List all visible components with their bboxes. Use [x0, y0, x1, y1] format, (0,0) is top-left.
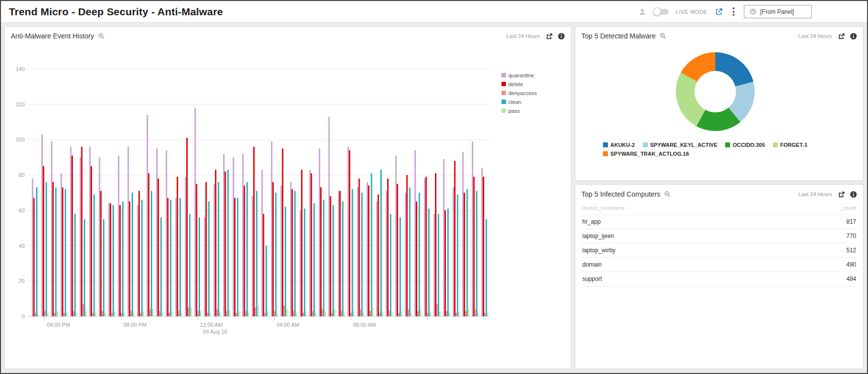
panel-title: Top 5 Detected Malware — [581, 32, 656, 40]
info-icon[interactable] — [558, 33, 565, 40]
svg-text:04:00 AM: 04:00 AM — [276, 322, 299, 328]
legend-swatch — [603, 142, 608, 147]
panel-infected-computers-header: Top 5 Infected Computers Last 24 Hours — [575, 185, 863, 201]
legend-swatch — [773, 142, 778, 147]
donut-legend-item[interactable]: SPYWARE_TRAK_ACTLOG.16 — [603, 151, 689, 157]
live-mode-label: LIVE MODE — [676, 9, 707, 15]
open-in-new-icon[interactable] — [838, 33, 845, 40]
header: Trend Micro - Deep Security - Anti-Malwa… — [1, 1, 867, 23]
open-in-new-icon[interactable] — [546, 33, 553, 40]
svg-text:denyaccess: denyaccess — [508, 90, 537, 96]
dashboard-content: Anti-Malware Event History Last 24 Hours — [1, 23, 867, 373]
live-mode-toggle[interactable] — [654, 9, 668, 15]
svg-text:140: 140 — [16, 66, 25, 72]
zoom-in-icon[interactable] — [660, 33, 667, 39]
svg-text:clean: clean — [508, 99, 521, 105]
top-malware-donut-chart[interactable] — [581, 43, 857, 140]
time-range-label: Last 24 Hours — [799, 33, 832, 39]
legend-label: FORGET-1 — [780, 142, 807, 148]
table-row: laptop_ijeen770 — [581, 229, 857, 243]
panel-title: Anti-Malware Event History — [11, 32, 94, 40]
table-header-row: device_hostname _count — [581, 203, 857, 215]
cell-count: 512 — [777, 243, 857, 258]
panel-top-malware-header: Top 5 Detected Malware Last 24 Hours — [575, 27, 863, 42]
table-row: support484 — [581, 272, 857, 286]
cell-device-hostname: hr_app — [581, 215, 777, 229]
svg-text:0: 0 — [22, 313, 25, 319]
svg-text:120: 120 — [16, 102, 25, 107]
donut-legend-item[interactable]: SPYWARE_KEYL_ACTIVE — [643, 142, 718, 148]
cell-device-hostname: laptop_ijeen — [581, 229, 777, 243]
open-in-new-icon[interactable] — [838, 191, 845, 198]
svg-text:60: 60 — [19, 207, 25, 213]
clock-icon — [750, 8, 756, 15]
from-panel-select[interactable]: [From Panel] — [744, 5, 812, 18]
cell-device-hostname: laptop_wirby — [581, 243, 777, 258]
info-icon[interactable] — [850, 33, 857, 40]
cell-count: 490 — [777, 258, 857, 272]
cell-device-hostname: support — [581, 272, 777, 286]
cell-count: 770 — [777, 229, 857, 243]
legend-label: SPYWARE_TRAK_ACTLOG.16 — [610, 151, 689, 157]
svg-text:08:00 AM: 08:00 AM — [353, 322, 375, 328]
zoom-in-icon[interactable] — [664, 191, 671, 198]
cell-device-hostname: domain — [581, 258, 777, 272]
toggle-knob — [653, 7, 661, 16]
kebab-menu-icon[interactable] — [731, 5, 736, 18]
donut-legend: AKUKU-2SPYWARE_KEYL_ACTIVEOCCIDO.305FORG… — [603, 142, 835, 157]
panel-event-history-header: Anti-Malware Event History Last 24 Hours — [5, 27, 571, 42]
legend-label: AKUKU-2 — [610, 142, 635, 148]
table-row: domain490 — [581, 258, 857, 272]
donut-legend-item[interactable]: FORGET-1 — [773, 142, 807, 148]
cell-count: 817 — [777, 215, 857, 229]
table-row: laptop_wirby512 — [581, 243, 857, 258]
right-column: Top 5 Detected Malware Last 24 Hours — [575, 26, 864, 369]
from-panel-value: [From Panel] — [760, 8, 794, 15]
table-row: hr_app817 — [581, 215, 857, 229]
cell-count: 484 — [777, 272, 857, 286]
infected-computers-table: device_hostname _count hr_app817laptop_i… — [581, 203, 857, 286]
legend-label: OCCIDO.305 — [733, 142, 765, 148]
event-history-bar-chart[interactable]: 02040608010012014004:00 PM08:00 PM12:00 … — [7, 44, 561, 341]
svg-text:12:00 AM: 12:00 AM — [200, 322, 223, 328]
page-title: Trend Micro - Deep Security - Anti-Malwa… — [9, 6, 223, 18]
legend-swatch — [725, 142, 730, 147]
svg-text:delete: delete — [508, 81, 523, 87]
svg-text:80: 80 — [19, 172, 25, 178]
svg-text:04 Aug 16: 04 Aug 16 — [203, 329, 228, 335]
series-denyaccess — [34, 304, 485, 316]
svg-text:40: 40 — [19, 243, 25, 249]
column-header-count: _count — [777, 203, 857, 215]
time-range-label: Last 24 Hours — [799, 191, 832, 197]
series-delete — [33, 138, 484, 316]
svg-text:pass: pass — [508, 108, 520, 114]
svg-text:quarantine: quarantine — [508, 72, 534, 78]
column-header-device-hostname: device_hostname — [581, 203, 777, 215]
zoom-in-icon[interactable] — [98, 33, 105, 39]
user-icon[interactable] — [638, 8, 646, 16]
dashboard-screen: Trend Micro - Deep Security - Anti-Malwa… — [0, 0, 868, 374]
info-icon[interactable] — [850, 191, 857, 198]
svg-text:08:00 PM: 08:00 PM — [123, 322, 146, 328]
donut-slice-AKUKU-2[interactable] — [715, 52, 754, 87]
donut-legend-item[interactable]: OCCIDO.305 — [725, 142, 765, 148]
donut-chart-area: AKUKU-2SPYWARE_KEYL_ACTIVEOCCIDO.305FORG… — [575, 42, 863, 157]
grid — [28, 69, 490, 316]
legend-swatch — [643, 142, 648, 147]
svg-text:100: 100 — [16, 136, 25, 142]
share-icon[interactable] — [715, 7, 723, 16]
legend-label: SPYWARE_KEYL_ACTIVE — [650, 142, 718, 148]
donut-legend-item[interactable]: AKUKU-2 — [603, 142, 635, 148]
y-axis: 020406080100120140 — [16, 66, 25, 319]
x-axis: 04:00 PM08:00 PM12:00 AM04 Aug 1604:00 A… — [45, 317, 428, 335]
svg-text:20: 20 — [19, 278, 25, 284]
time-range-label: Last 24 Hours — [506, 33, 540, 39]
header-controls: LIVE MODE [From Panel] — [638, 5, 812, 18]
panel-infected-computers: Top 5 Infected Computers Last 24 Hours — [575, 184, 864, 369]
panel-top-malware: Top 5 Detected Malware Last 24 Hours — [575, 26, 864, 181]
panel-event-history: Anti-Malware Event History Last 24 Hours — [4, 26, 571, 369]
panel-title: Top 5 Infected Computers — [581, 190, 660, 198]
bar-chart-legend: quarantinedeletedenyaccesscleanpass — [501, 72, 537, 114]
svg-text:04:00 PM: 04:00 PM — [47, 322, 70, 328]
event-history-chart-area: 02040608010012014004:00 PM08:00 PM12:00 … — [5, 42, 571, 341]
